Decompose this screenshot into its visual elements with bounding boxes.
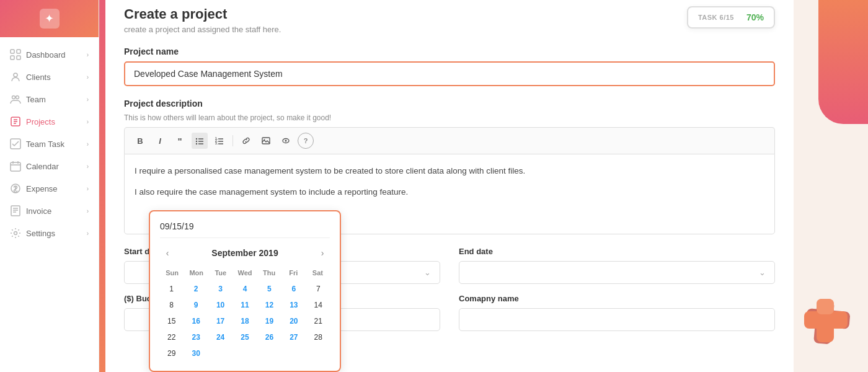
calendar-day[interactable]: 19 [258, 314, 281, 329]
start-date-chevron: ⌄ [424, 268, 431, 277]
chevron-icon: › [87, 96, 89, 103]
sidebar-item-team-task[interactable]: Team Task › [0, 133, 99, 155]
unordered-list-button[interactable] [192, 133, 208, 149]
calendar-day[interactable]: 26 [258, 330, 281, 345]
calendar-popup: 09/15/19 ‹ September 2019 › Sun Mon Tue … [149, 210, 341, 372]
sidebar-item-settings[interactable]: Settings › [0, 222, 99, 244]
calendar-day[interactable]: 24 [209, 330, 232, 345]
calendar-day[interactable]: 25 [233, 330, 256, 345]
calendar-day[interactable]: 14 [307, 298, 330, 312]
ordered-list-icon: 1.2.3. [215, 136, 224, 145]
svg-point-15 [196, 141, 197, 142]
calendar-day[interactable]: 1 [160, 281, 183, 296]
task-badge-percent: 70% [746, 12, 764, 22]
image-button[interactable] [258, 133, 274, 149]
bold-button[interactable]: B [132, 133, 148, 149]
sidebar-item-label: Invoice [26, 206, 51, 216]
calendar-day[interactable]: 12 [258, 298, 281, 312]
calendar-day[interactable]: 6 [282, 281, 305, 296]
calendar-day[interactable]: 30 [184, 346, 207, 361]
logo-icon: ✦ [40, 9, 60, 29]
day-header-tue: Tue [208, 268, 232, 278]
invoice-icon [10, 205, 21, 216]
day-header-thu: Thu [257, 268, 281, 278]
company-input[interactable] [459, 308, 775, 331]
projects-icon [10, 116, 21, 127]
day-header-sun: Sun [160, 268, 184, 278]
italic-button[interactable]: I [152, 133, 168, 149]
calendar-day[interactable]: 16 [184, 314, 207, 329]
svg-rect-1 [17, 50, 20, 53]
day-header-wed: Wed [232, 268, 257, 278]
expense-icon [10, 183, 21, 194]
calendar-day[interactable]: 23 [184, 330, 207, 345]
calendar-day[interactable]: 13 [282, 298, 305, 312]
team-icon [10, 94, 21, 105]
toolbar-divider [232, 135, 233, 146]
help-button[interactable]: ? [298, 133, 314, 149]
sidebar-item-calendar[interactable]: Calendar › [0, 155, 99, 177]
calendar-days: 1234567891011121314151617181920212223242… [160, 281, 330, 361]
calendar-day[interactable]: 17 [209, 314, 232, 329]
calendar-day[interactable]: 21 [307, 314, 330, 329]
calendar-prev-button[interactable]: ‹ [160, 246, 175, 260]
calendar-day[interactable]: 22 [160, 330, 183, 345]
calendar-day[interactable]: 5 [258, 281, 281, 296]
svg-rect-9 [11, 162, 20, 171]
calendar-header: ‹ September 2019 › [160, 246, 330, 260]
sidebar-item-team[interactable]: Team › [0, 88, 99, 110]
calendar-day[interactable]: 15 [160, 314, 183, 329]
sidebar-item-label: Dashboard [26, 50, 66, 60]
chevron-icon: › [87, 118, 89, 125]
calendar-date-input[interactable]: 09/15/19 [160, 221, 330, 238]
sidebar-item-projects[interactable]: Projects › [0, 110, 99, 133]
calendar-day[interactable]: 2 [184, 281, 207, 296]
project-name-label: Project name [124, 46, 775, 56]
preview-button[interactable] [278, 133, 294, 149]
sidebar-item-clients[interactable]: Clients › [0, 66, 99, 88]
svg-point-13 [196, 138, 197, 140]
calendar-day[interactable]: 18 [233, 314, 256, 329]
settings-icon [10, 228, 21, 239]
project-description-hint: This is how others will learn about the … [124, 113, 775, 122]
svg-point-4 [14, 73, 17, 77]
day-header-fri: Fri [281, 268, 306, 278]
calendar-day[interactable]: 27 [282, 330, 305, 345]
dashboard-icon [10, 49, 21, 60]
chevron-icon: › [87, 74, 89, 81]
svg-point-12 [14, 232, 17, 235]
calendar-day[interactable]: 28 [307, 330, 330, 345]
calendar-day[interactable]: 7 [307, 281, 330, 296]
calendar-day[interactable]: 29 [160, 346, 183, 361]
ordered-list-button[interactable]: 1.2.3. [211, 133, 228, 149]
link-button[interactable] [238, 133, 254, 149]
calendar-day[interactable]: 3 [209, 281, 232, 296]
calendar-next-button[interactable]: › [315, 246, 330, 260]
quote-button[interactable]: " [172, 133, 188, 149]
end-date-select[interactable]: ⌄ [459, 261, 775, 284]
svg-rect-0 [11, 50, 14, 53]
day-header-mon: Mon [184, 268, 208, 278]
calendar-day[interactable]: 20 [282, 314, 305, 329]
calendar-month-year: September 2019 [211, 248, 278, 258]
description-paragraph-1: I require a personalised case management… [135, 164, 764, 178]
list-icon [195, 136, 204, 145]
sidebar-item-dashboard[interactable]: Dashboard › [0, 43, 99, 66]
right-decoration [794, 0, 868, 372]
calendar-day[interactable]: 10 [209, 298, 232, 312]
chevron-icon: › [87, 185, 89, 192]
project-name-input[interactable] [124, 61, 775, 86]
chevron-icon: › [87, 51, 89, 58]
company-group: Comapny name [459, 294, 775, 331]
calendar-day[interactable]: 4 [233, 281, 256, 296]
sidebar-item-expense[interactable]: Expense › [0, 177, 99, 200]
calendar-day-headers: Sun Mon Tue Wed Thu Fri Sat [160, 268, 330, 278]
sidebar-item-invoice[interactable]: Invoice › [0, 200, 99, 222]
calendar-day[interactable]: 8 [160, 298, 183, 312]
team-task-icon [10, 138, 21, 149]
chevron-icon: › [87, 141, 89, 148]
calendar-day[interactable]: 11 [233, 298, 256, 312]
calendar-day[interactable]: 9 [184, 298, 207, 312]
eye-icon [281, 136, 290, 145]
task-badge: TASK 6/15 70% [687, 6, 775, 29]
